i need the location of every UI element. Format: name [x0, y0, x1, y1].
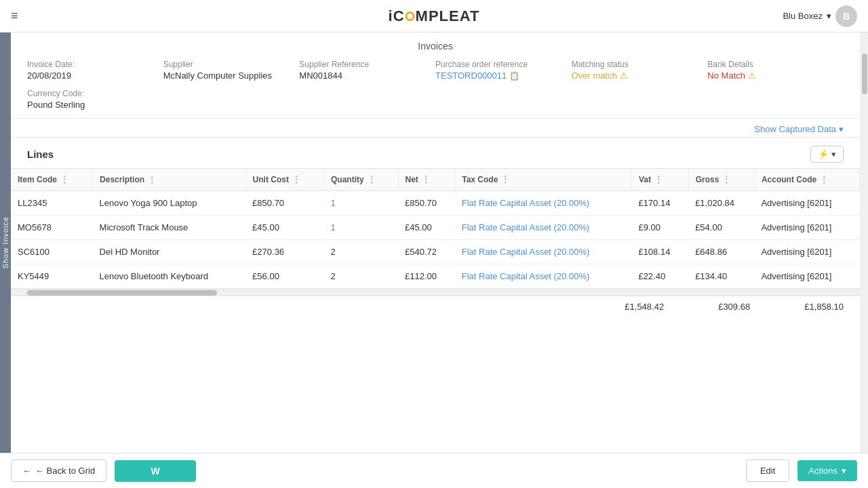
meta-po-ref: Purchase order reference TESTORD000011 📋	[435, 60, 572, 81]
cell-unit-cost: £56.00	[245, 264, 323, 289]
cell-tax-code[interactable]: Flat Rate Capital Asset (20.00%)	[455, 240, 632, 264]
invoice-date-value: 20/08/2019	[27, 70, 153, 81]
meta-bank: Bank Details No Match ⚠	[707, 60, 844, 81]
col-tax-code-menu[interactable]: ⋮	[500, 174, 510, 185]
actions-label: Actions	[808, 466, 837, 476]
lines-action-chevron: ▾	[831, 149, 836, 159]
supplier-ref-value: MN001844	[299, 70, 425, 81]
show-captured-link[interactable]: Show Captured Data ▾	[754, 124, 844, 134]
cell-net: £850.70	[398, 191, 455, 216]
side-label-panel[interactable]: Show Invoice	[0, 33, 11, 453]
cell-quantity: 2	[323, 264, 398, 289]
col-gross-menu[interactable]: ⋮	[722, 174, 731, 185]
totals-bar: £1,548.42 £309.68 £1,858.10	[11, 296, 860, 317]
lines-header: Lines ⚡ ▾	[11, 138, 860, 168]
invoice-meta: Invoice Date: 20/08/2019 Supplier McNall…	[27, 60, 844, 81]
total-net-value: £1,548.42	[625, 302, 664, 312]
total-vat: £309.68	[718, 302, 750, 312]
cell-net: £45.00	[398, 216, 455, 240]
lines-title: Lines	[27, 148, 54, 160]
cell-tax-code[interactable]: Flat Rate Capital Asset (20.00%)	[455, 264, 632, 289]
user-menu[interactable]: Blu Boxez ▾ B	[783, 5, 857, 27]
top-nav: ≡ iCMPLEAT Blu Boxez ▾ B	[0, 0, 868, 33]
cell-quantity[interactable]: 1	[323, 216, 398, 240]
col-quantity-menu[interactable]: ⋮	[367, 174, 376, 185]
col-account-code: Account Code ⋮	[754, 169, 859, 191]
meta-supplier-ref: Supplier Reference MN001844	[299, 60, 435, 81]
currency-row: Currency Code: Pound Sterling	[27, 89, 844, 110]
lines-table: Item Code ⋮ Description ⋮	[11, 169, 860, 289]
cell-quantity[interactable]: 1	[323, 191, 398, 216]
user-dropdown-icon: ▾	[827, 11, 831, 21]
invoice-breadcrumb: Invoices	[27, 41, 844, 52]
matching-label: Matching status	[572, 60, 697, 69]
edit-button[interactable]: Edit	[746, 460, 789, 482]
actions-button[interactable]: Actions ▾	[797, 460, 857, 481]
cell-unit-cost: £850.70	[245, 191, 323, 216]
cell-item-code: MO5678	[11, 216, 93, 240]
menu-icon[interactable]: ≡	[11, 9, 18, 23]
vertical-scrollbar[interactable]	[860, 33, 868, 453]
supplier-label: Supplier	[163, 60, 289, 69]
nav-right: Blu Boxez ▾ B	[783, 5, 857, 27]
copy-icon[interactable]: 📋	[509, 71, 519, 81]
table-row: LL2345 Lenovo Yoga 900 Laptop £850.70 1 …	[11, 191, 860, 216]
supplier-value: McNally Computer Supplies	[163, 70, 289, 81]
col-vat-menu[interactable]: ⋮	[654, 174, 663, 185]
total-net: £1,548.42	[625, 302, 664, 312]
cell-account-code: Advertising [6201]	[754, 216, 859, 240]
col-net: Net ⋮	[398, 169, 455, 191]
matching-value: Over match ⚠	[572, 70, 697, 81]
bank-warning-icon: ⚠	[748, 70, 756, 81]
table-row: KY5449 Lenovo Bluetooth Keyboard £56.00 …	[11, 264, 860, 289]
cell-gross: £134.40	[688, 264, 754, 289]
currency-value: Pound Sterling	[27, 100, 833, 110]
cell-vat: £108.14	[631, 240, 688, 264]
po-ref-value: TESTORD000011 📋	[435, 70, 561, 81]
cell-account-code: Advertising [6201]	[754, 240, 859, 264]
w-button[interactable]: W	[115, 460, 196, 482]
cell-unit-cost: £45.00	[245, 216, 323, 240]
cell-gross: £648.86	[688, 240, 754, 264]
meta-invoice-date: Invoice Date: 20/08/2019	[27, 60, 163, 81]
currency-label: Currency Code:	[27, 89, 833, 98]
cell-vat: £170.14	[631, 191, 688, 216]
cell-description: Lenovo Bluetooth Keyboard	[93, 264, 246, 289]
col-net-menu[interactable]: ⋮	[421, 174, 431, 185]
cell-unit-cost: £270.36	[245, 240, 323, 264]
meta-supplier: Supplier McNally Computer Supplies	[163, 60, 300, 81]
horizontal-scrollbar[interactable]	[11, 289, 860, 296]
cell-item-code: LL2345	[11, 191, 93, 216]
cell-description: Lenovo Yoga 900 Laptop	[93, 191, 246, 216]
lines-action-button[interactable]: ⚡ ▾	[810, 146, 844, 163]
cell-tax-code[interactable]: Flat Rate Capital Asset (20.00%)	[455, 191, 632, 216]
user-name: Blu Boxez	[783, 11, 823, 21]
bottom-bar: ← ← Back to Grid W Edit Actions ▾	[0, 453, 868, 488]
back-to-grid-button[interactable]: ← ← Back to Grid	[11, 460, 106, 482]
col-unit-cost-menu[interactable]: ⋮	[292, 174, 301, 185]
avatar: B	[835, 5, 857, 27]
brand-o-icon	[406, 12, 415, 21]
cell-account-code: Advertising [6201]	[754, 264, 859, 289]
warning-icon: ⚠	[620, 70, 628, 81]
cell-tax-code[interactable]: Flat Rate Capital Asset (20.00%)	[455, 216, 632, 240]
col-gross: Gross ⋮	[688, 169, 754, 191]
lines-action-icon: ⚡	[818, 149, 829, 159]
horizontal-scrollbar-thumb[interactable]	[27, 290, 217, 296]
cell-gross: £54.00	[688, 216, 754, 240]
col-description-menu[interactable]: ⋮	[147, 174, 157, 185]
col-item-code-menu[interactable]: ⋮	[60, 174, 69, 185]
cell-description: Microsoft Track Mouse	[93, 216, 246, 240]
invoice-area: Invoices Invoice Date: 20/08/2019 Suppli…	[11, 33, 860, 453]
lines-table-wrap: Item Code ⋮ Description ⋮	[11, 168, 860, 317]
col-account-code-menu[interactable]: ⋮	[819, 174, 829, 185]
bank-value: No Match ⚠	[707, 70, 833, 81]
bank-label: Bank Details	[707, 60, 833, 69]
supplier-ref-label: Supplier Reference	[299, 60, 425, 69]
cell-description: Del HD Monitor	[93, 240, 246, 264]
po-ref-label: Purchase order reference	[435, 60, 561, 69]
cell-quantity: 2	[323, 240, 398, 264]
total-vat-value: £309.68	[718, 302, 750, 312]
meta-currency: Currency Code: Pound Sterling	[27, 89, 844, 110]
vertical-scrollbar-thumb[interactable]	[862, 54, 867, 94]
